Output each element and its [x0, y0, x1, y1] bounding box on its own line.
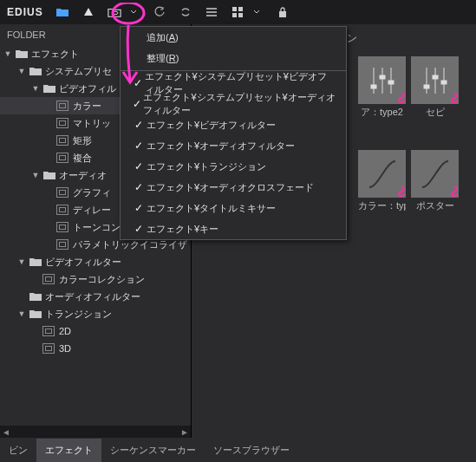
footer-tabs: ビン エフェクト シーケンスマーカー ソースブラウザー	[0, 438, 476, 462]
tab-source-browser[interactable]: ソースブラウザー	[205, 439, 298, 462]
preset-icon	[56, 187, 68, 198]
tree-node-video-filter-2[interactable]: ▼ビデオフィルター	[0, 253, 191, 270]
svg-rect-1	[232, 7, 237, 11]
svg-rect-2	[238, 7, 243, 11]
scroll-left-icon[interactable]: ◄	[0, 427, 12, 437]
menu-item-organize[interactable]: 整理(R)	[121, 48, 346, 68]
menu-item-check[interactable]: ✓エフェクト¥オーディオフィルター	[121, 135, 346, 156]
menu-item-add[interactable]: 追加(A)	[121, 27, 346, 48]
scroll-right-icon[interactable]: ►	[179, 427, 191, 437]
thumbnail-item[interactable]: ポスター	[411, 150, 459, 212]
svg-rect-5	[279, 11, 286, 17]
tree-node-transition[interactable]: ▼トランジション	[0, 305, 191, 322]
tab-bin[interactable]: ビン	[0, 439, 36, 462]
svg-rect-3	[232, 13, 237, 17]
preset-icon	[56, 118, 68, 128]
lock-icon[interactable]	[276, 5, 290, 19]
thumbnail-swatch	[358, 56, 406, 104]
check-icon: ✓	[131, 223, 147, 235]
svg-rect-16	[433, 75, 438, 79]
check-icon: ✓	[131, 119, 147, 131]
tree-node-3d[interactable]: 3D	[0, 340, 191, 357]
check-icon: ✓	[131, 202, 147, 214]
check-icon: ✓	[131, 98, 143, 110]
svg-rect-4	[238, 13, 243, 17]
svg-rect-11	[388, 81, 394, 84]
horizontal-scrollbar[interactable]: ◄ ►	[0, 426, 191, 438]
thumbnail-caption: カラー：type2	[358, 199, 406, 212]
s-badge-icon	[446, 186, 458, 197]
chevron-down-icon[interactable]	[250, 5, 264, 19]
thumbnail-caption: セピ	[411, 106, 459, 119]
preset-icon	[56, 239, 68, 250]
menu-item-check[interactable]: ✓エフェクト¥システムプリセット¥オーディオフィルター	[121, 94, 346, 114]
menu-item-check[interactable]: ✓エフェクト¥タイトルミキサー	[121, 198, 346, 218]
tree-node-color-correction[interactable]: カラーコレクション	[0, 270, 191, 288]
brand-label: EDIUS	[7, 6, 43, 18]
thumbnail-item[interactable]: カラー：type2	[358, 150, 406, 212]
check-icon: ✓	[131, 181, 147, 193]
link-folder-icon[interactable]	[108, 5, 121, 19]
tree-node-audio-filter[interactable]: ▼オーディオフィルター	[0, 288, 191, 305]
s-badge-icon	[393, 186, 405, 197]
preset-icon	[56, 153, 68, 163]
s-badge-icon	[393, 93, 405, 103]
thumbnail-item[interactable]: セピ	[411, 56, 459, 119]
triangle-up-icon[interactable]	[82, 5, 95, 19]
grid-icon[interactable]	[231, 5, 245, 19]
preset-icon	[42, 326, 55, 336]
preset-icon	[42, 274, 55, 284]
preset-icon	[56, 101, 68, 111]
thumbnail-swatch	[411, 150, 459, 198]
tab-effects[interactable]: エフェクト	[36, 439, 101, 462]
check-icon: ✓	[131, 160, 147, 172]
toolbar: EDIUS	[0, 0, 476, 24]
preset-icon	[56, 205, 68, 215]
preset-icon	[56, 135, 68, 146]
refresh-icon[interactable]	[153, 5, 166, 19]
svg-rect-10	[380, 75, 385, 79]
thumbnail-caption: ア：type2	[358, 106, 406, 119]
chevron-down-icon[interactable]	[127, 5, 140, 19]
folder-open-icon[interactable]	[55, 5, 69, 19]
thumbnail-swatch	[411, 56, 459, 104]
menu-item-check[interactable]: ✓エフェクト¥トランジション	[121, 156, 346, 177]
menu-item-check[interactable]: ✓エフェクト¥オーディオクロスフェード	[121, 177, 346, 198]
check-icon: ✓	[131, 77, 145, 89]
sync-icon[interactable]	[179, 5, 192, 19]
tree-node-2d[interactable]: 2D	[0, 322, 191, 340]
preset-icon	[56, 222, 68, 232]
check-icon: ✓	[131, 140, 147, 152]
thumbnail-swatch	[358, 150, 406, 198]
tab-sequence-marker[interactable]: シーケンスマーカー	[101, 439, 205, 462]
menu-item-check[interactable]: ✓エフェクト¥キー	[121, 218, 346, 239]
preset-icon	[42, 343, 55, 354]
svg-point-0	[112, 11, 117, 15]
svg-rect-15	[424, 85, 429, 88]
context-menu: 追加(A) 整理(R) ✓エフェクト¥システムプリセット¥ビデオフィルター ✓エ…	[120, 26, 347, 240]
svg-rect-17	[441, 81, 447, 84]
s-badge-icon	[446, 93, 458, 103]
thumbnail-item[interactable]: ア：type2	[358, 56, 406, 119]
thumbnail-caption: ポスター	[411, 199, 459, 212]
menu-item-check[interactable]: ✓エフェクト¥ビデオフィルター	[121, 114, 346, 135]
svg-rect-9	[371, 85, 376, 88]
list-icon[interactable]	[205, 5, 218, 19]
